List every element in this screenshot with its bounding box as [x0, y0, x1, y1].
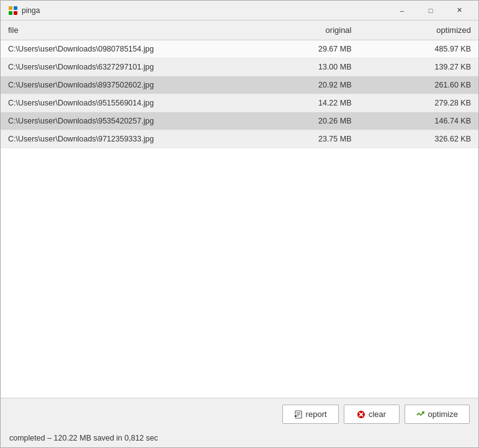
svg-rect-2 [9, 11, 12, 15]
cell-file: C:\Users\user\Downloads\9535420257.jpg [1, 112, 240, 130]
clear-label: clear [369, 410, 386, 419]
cell-original: 13.00 MB [240, 58, 359, 76]
report-icon [294, 410, 303, 419]
optimize-button[interactable]: optimize [405, 405, 470, 424]
cell-optimized: 261.60 KB [359, 76, 479, 94]
svg-rect-1 [14, 6, 17, 10]
cell-file: C:\Users\user\Downloads\9515569014.jpg [1, 94, 240, 112]
table-row[interactable]: C:\Users\user\Downloads\9535420257.jpg20… [1, 112, 478, 130]
cell-optimized: 139.27 KB [359, 58, 479, 76]
main-content: file original optimized C:\Users\user\Do… [1, 20, 478, 398]
app-title: pinga [22, 6, 40, 15]
clear-icon [357, 410, 365, 419]
button-row: report clear [1, 398, 478, 430]
table-body: C:\Users\user\Downloads\0980785154.jpg29… [1, 40, 478, 148]
cell-optimized: 326.62 KB [359, 130, 479, 148]
cell-file: C:\Users\user\Downloads\9712359333.jpg [1, 130, 240, 148]
cell-original: 23.75 MB [240, 130, 359, 148]
title-bar-left: pinga [8, 6, 40, 16]
cell-file: C:\Users\user\Downloads\0980785154.jpg [1, 40, 240, 58]
optimize-icon [416, 410, 425, 419]
table-row[interactable]: C:\Users\user\Downloads\8937502602.jpg20… [1, 76, 478, 94]
window-frame: pinga – □ ✕ file original optimized C:\U… [0, 0, 479, 448]
footer: report clear [1, 398, 478, 447]
report-button[interactable]: report [282, 405, 339, 424]
svg-rect-3 [14, 11, 17, 15]
status-bar: completed – 120.22 MB saved in 0,812 sec [1, 430, 478, 447]
clear-button[interactable]: clear [344, 405, 400, 424]
file-table: file original optimized C:\Users\user\Do… [1, 20, 478, 148]
col-header-file: file [1, 20, 240, 40]
table-row[interactable]: C:\Users\user\Downloads\9515569014.jpg14… [1, 94, 478, 112]
cell-original: 14.22 MB [240, 94, 359, 112]
svg-rect-0 [9, 6, 12, 10]
cell-file: C:\Users\user\Downloads\6327297101.jpg [1, 58, 240, 76]
table-row[interactable]: C:\Users\user\Downloads\0980785154.jpg29… [1, 40, 478, 58]
title-bar-controls: – □ ✕ [388, 1, 473, 20]
cell-optimized: 485.97 KB [359, 40, 479, 58]
table-row[interactable]: C:\Users\user\Downloads\6327297101.jpg13… [1, 58, 478, 76]
cell-original: 29.67 MB [240, 40, 359, 58]
cell-optimized: 279.28 KB [359, 94, 479, 112]
col-header-optimized: optimized [359, 20, 479, 40]
cell-original: 20.26 MB [240, 112, 359, 130]
cell-optimized: 146.74 KB [359, 112, 479, 130]
cell-file: C:\Users\user\Downloads\8937502602.jpg [1, 76, 240, 94]
optimize-label: optimize [428, 410, 458, 419]
report-label: report [306, 410, 327, 419]
col-header-original: original [240, 20, 359, 40]
close-button[interactable]: ✕ [445, 1, 473, 20]
table-container: file original optimized C:\Users\user\Do… [1, 20, 478, 398]
cell-original: 20.92 MB [240, 76, 359, 94]
status-text: completed – 120.22 MB saved in 0,812 sec [9, 434, 158, 442]
maximize-button[interactable]: □ [416, 1, 445, 20]
table-row[interactable]: C:\Users\user\Downloads\9712359333.jpg23… [1, 130, 478, 148]
svg-rect-9 [295, 415, 297, 417]
title-bar: pinga – □ ✕ [1, 1, 478, 20]
app-icon [8, 6, 18, 16]
minimize-button[interactable]: – [388, 1, 416, 20]
table-header-row: file original optimized [1, 20, 478, 40]
